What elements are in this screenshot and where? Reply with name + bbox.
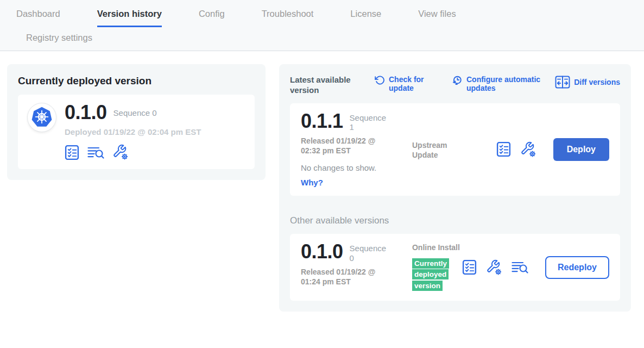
diff-versions-link[interactable]: Diff versions xyxy=(555,75,620,89)
latest-available-panel: Latest available version Check for updat… xyxy=(279,64,631,312)
check-for-update-link[interactable]: Check for update xyxy=(375,75,430,92)
no-changes-text: No changes to show. xyxy=(301,163,412,172)
currently-deployed-panel: Currently deployed version 0.1.0 Sequenc… xyxy=(7,64,266,180)
configure-automatic-updates-link[interactable]: Configure automatic updates xyxy=(451,75,552,92)
diff-icon xyxy=(555,75,570,89)
tab-registry-settings[interactable]: Registry settings xyxy=(26,33,92,42)
tab-view-files[interactable]: View files xyxy=(418,9,456,26)
checklist-icon[interactable] xyxy=(65,145,79,160)
diff-versions-label: Diff versions xyxy=(574,78,620,86)
main-content: Currently deployed version 0.1.0 Sequenc… xyxy=(0,51,644,312)
file-search-icon[interactable] xyxy=(87,146,104,159)
other-version-card: 0.1.0 Sequence 0 Released 01/19/22 @ 01:… xyxy=(290,234,620,301)
checklist-icon[interactable] xyxy=(462,259,477,275)
redeploy-button[interactable]: Redeploy xyxy=(545,256,609,279)
wrench-gear-icon[interactable] xyxy=(520,141,536,158)
deployed-sequence-label: Sequence 0 xyxy=(113,103,157,117)
other-sequence-label: Sequence 0 xyxy=(350,243,392,263)
tab-license[interactable]: License xyxy=(350,9,381,26)
tab-config[interactable]: Config xyxy=(199,9,225,26)
schedule-clock-icon xyxy=(451,75,463,86)
currently-deployed-badge: Currently deployed version xyxy=(412,258,449,291)
check-for-update-label: Check for update xyxy=(389,75,430,92)
why-link[interactable]: Why? xyxy=(301,178,412,187)
top-nav: Dashboard Version history Config Trouble… xyxy=(0,0,644,51)
latest-sequence-label: Sequence 1 xyxy=(350,112,392,132)
refresh-icon xyxy=(375,75,385,85)
wrench-gear-icon[interactable] xyxy=(486,259,502,276)
configure-automatic-updates-label: Configure automatic updates xyxy=(466,75,552,92)
latest-source-label: Upstream Update xyxy=(412,112,472,188)
deploy-button[interactable]: Deploy xyxy=(553,138,609,161)
checklist-icon[interactable] xyxy=(496,141,511,157)
latest-released-timestamp: Released 01/19/22 @ 02:32 pm EST xyxy=(301,136,390,156)
deployed-version-card: 0.1.0 Sequence 0 Deployed 01/19/22 @ 02:… xyxy=(18,95,255,169)
kubernetes-logo-icon xyxy=(30,105,54,129)
other-version-number: 0.1.0 xyxy=(301,243,343,261)
tab-row-1: Dashboard Version history Config Trouble… xyxy=(0,9,644,27)
latest-version-number: 0.1.1 xyxy=(301,112,343,130)
other-released-timestamp: Released 01/19/22 @ 01:24 pm EST xyxy=(301,267,390,287)
other-source-label: Online Install xyxy=(412,243,462,252)
tab-version-history[interactable]: Version history xyxy=(97,9,162,27)
tab-dashboard[interactable]: Dashboard xyxy=(16,9,60,26)
latest-version-card: 0.1.1 Sequence 1 Released 01/19/22 @ 02:… xyxy=(290,103,620,196)
deployed-version-number: 0.1.0 xyxy=(65,103,107,122)
tab-troubleshoot[interactable]: Troubleshoot xyxy=(262,9,314,26)
deployed-timestamp: Deployed 01/19/22 @ 02:04 pm EST xyxy=(65,127,201,136)
tab-row-2: Registry settings xyxy=(0,27,644,51)
app-avatar xyxy=(28,103,56,132)
latest-available-title: Latest available version xyxy=(290,75,362,96)
wrench-gear-icon[interactable] xyxy=(112,144,129,160)
currently-deployed-title: Currently deployed version xyxy=(18,75,255,87)
other-available-versions-title: Other available versions xyxy=(290,215,620,226)
file-search-icon[interactable] xyxy=(512,260,528,274)
